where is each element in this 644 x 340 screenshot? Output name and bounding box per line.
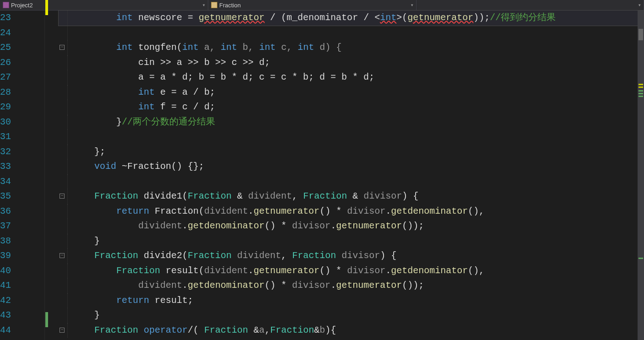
- code-line[interactable]: }//两个分数的通分结果: [59, 115, 644, 130]
- code-line[interactable]: int f = c / d;: [59, 100, 644, 115]
- class-icon: [211, 2, 217, 8]
- line-number: 23: [0, 11, 11, 26]
- code-line[interactable]: [59, 174, 644, 189]
- line-number: 25: [0, 40, 11, 55]
- scroll-change-marker: [639, 86, 643, 88]
- line-number: 31: [0, 130, 11, 145]
- scroll-change-marker: [639, 90, 643, 92]
- code-line[interactable]: cin >> a >> b >> c >> d;: [59, 55, 644, 70]
- fold-toggle[interactable]: −: [60, 328, 65, 333]
- line-number: 29: [0, 100, 11, 115]
- code-line[interactable]: − Fraction divide1(Fraction & divident, …: [59, 189, 644, 204]
- line-number: 34: [0, 174, 11, 189]
- fold-toggle[interactable]: −: [60, 45, 65, 50]
- chevron-down-icon: ▾: [639, 3, 641, 7]
- code-line[interactable]: − int tongfen(int a, int b, int c, int d…: [59, 40, 644, 55]
- scroll-change-marker: [639, 96, 643, 97]
- scrollbar-thumb[interactable]: [639, 29, 643, 40]
- chevron-down-icon: ▾: [203, 3, 205, 7]
- code-line[interactable]: }: [59, 234, 644, 249]
- chevron-down-icon: ▾: [411, 3, 413, 7]
- line-number: 43: [0, 308, 11, 323]
- code-line[interactable]: a = a * d; b = b * d; c = c * b; d = b *…: [59, 70, 644, 85]
- code-line[interactable]: return result;: [59, 293, 644, 308]
- line-number: 35: [0, 189, 11, 204]
- code-line[interactable]: }: [59, 308, 644, 323]
- navigation-bar: Project2 ▾ Fraction ▾ ▾: [0, 0, 644, 11]
- line-number: 32: [0, 145, 11, 160]
- line-number: 39: [0, 248, 11, 264]
- project-scope-dropdown[interactable]: Project2 ▾: [0, 0, 208, 10]
- code-lines[interactable]: int newscore = getnumerator / (m_denomin…: [45, 11, 644, 340]
- line-number: 37: [0, 219, 11, 234]
- line-number: 38: [0, 234, 11, 249]
- fold-toggle[interactable]: −: [60, 253, 65, 258]
- code-line[interactable]: int e = a / b;: [59, 85, 644, 100]
- code-line[interactable]: Fraction result(divident.getnumerator() …: [59, 264, 644, 279]
- line-number: 28: [0, 85, 11, 100]
- code-line[interactable]: int newscore = getnumerator / (m_denomin…: [59, 11, 644, 26]
- line-number: 42: [0, 293, 11, 308]
- code-line[interactable]: [59, 130, 644, 145]
- line-number: 26: [0, 55, 11, 70]
- code-line[interactable]: return Fraction(divident.getnumerator() …: [59, 204, 644, 219]
- line-number: 44: [0, 323, 11, 338]
- line-number: 40: [0, 264, 11, 279]
- line-number: 27: [0, 70, 11, 85]
- fold-toggle[interactable]: −: [60, 194, 65, 199]
- code-line[interactable]: [59, 26, 644, 41]
- line-number: 36: [0, 204, 11, 219]
- line-number: 24: [0, 26, 11, 41]
- code-line[interactable]: divident.getdenominator() * divisor.getn…: [59, 219, 644, 234]
- line-number: 30: [0, 115, 11, 130]
- cpp-project-icon: [3, 2, 9, 8]
- scroll-change-marker: [639, 84, 643, 85]
- scroll-change-marker: [639, 258, 643, 259]
- code-line[interactable]: − Fraction operator/( Fraction &a,Fracti…: [59, 323, 644, 338]
- member-scope-dropdown[interactable]: ▾: [417, 0, 644, 10]
- code-line[interactable]: divident.getdenominator() * divisor.getn…: [59, 278, 644, 293]
- scroll-change-marker: [639, 93, 643, 94]
- code-line[interactable]: − Fraction divide2(Fraction divident, Fr…: [59, 248, 644, 264]
- class-scope-dropdown[interactable]: Fraction ▾: [208, 0, 417, 10]
- line-number: 33: [0, 159, 11, 174]
- vertical-scrollbar[interactable]: [638, 11, 644, 340]
- code-line[interactable]: void ~Fraction() {};: [59, 159, 644, 174]
- line-number-gutter: 23 24 25 26 27 28 29 30 31 32 33 34 35 3…: [0, 11, 45, 340]
- class-name: Fraction: [219, 2, 241, 9]
- code-line[interactable]: };: [59, 145, 644, 160]
- line-number: 41: [0, 278, 11, 293]
- code-editor[interactable]: 23 24 25 26 27 28 29 30 31 32 33 34 35 3…: [0, 11, 644, 340]
- project-name: Project2: [11, 2, 33, 9]
